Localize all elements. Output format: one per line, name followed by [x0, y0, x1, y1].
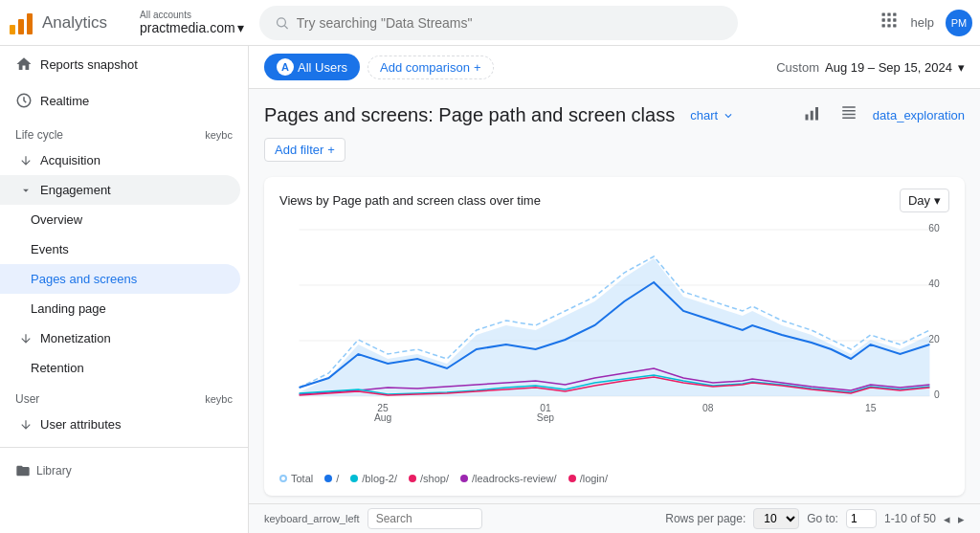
sidebar-sub-retention[interactable]: Retention [0, 353, 240, 383]
svg-rect-21 [842, 118, 856, 120]
user-arrow-icon [19, 418, 33, 432]
legend-blog2: /blog-2/ [350, 473, 397, 484]
svg-rect-0 [10, 25, 15, 34]
legend-total-icon [279, 475, 287, 482]
folder-icon [15, 463, 31, 478]
legend-login-icon [568, 475, 576, 482]
legend-slash-label: / [336, 473, 339, 484]
add-icon: + [474, 60, 481, 75]
legend-login: /login/ [568, 473, 608, 484]
header-right: help PM [880, 10, 972, 36]
avatar[interactable]: PM [946, 10, 972, 36]
account-selector[interactable]: All accounts practmedia.com [140, 10, 244, 35]
table-search-input[interactable] [368, 508, 482, 529]
svg-text:15: 15 [865, 403, 877, 413]
svg-rect-15 [805, 115, 808, 121]
sidebar-item-engagement[interactable]: Engagement [0, 175, 240, 205]
sidebar-sub-overview[interactable]: Overview [0, 205, 240, 234]
add-filter-label: Add filter [275, 143, 323, 157]
svg-rect-16 [811, 111, 813, 121]
apps-icon[interactable] [880, 11, 899, 34]
legend-shop-icon [409, 475, 416, 482]
analytics-logo-icon [8, 10, 34, 36]
svg-rect-20 [842, 114, 856, 116]
sidebar-item-monetization[interactable]: Monetization [0, 323, 240, 353]
user-category[interactable]: User keybc [0, 383, 248, 410]
content-area: A All Users Add comparison + Custom Aug … [249, 46, 980, 533]
lifecycle-category[interactable]: Life cycle keybc [0, 119, 248, 145]
chart-svg: 60 40 20 0 25 Aug 01 Sep 08 15 [279, 220, 949, 440]
chart-label: chart [690, 108, 718, 122]
svg-text:08: 08 [702, 403, 714, 413]
svg-rect-2 [27, 13, 33, 34]
landing-label: Landing page [31, 301, 106, 316]
svg-rect-8 [882, 18, 885, 21]
report-actions: data_exploration [800, 100, 965, 130]
search-icon [275, 15, 289, 31]
granularity-select[interactable]: Day [900, 189, 949, 212]
monetization-arrow-icon [19, 332, 33, 345]
app-title: Analytics [42, 13, 107, 33]
next-page-button[interactable]: ▸ [958, 512, 965, 526]
help-button[interactable]: help [910, 15, 934, 30]
segment-letter: A [277, 58, 294, 76]
goto-page-input[interactable] [846, 509, 877, 528]
sidebar-item-library[interactable]: Library [0, 455, 248, 486]
legend-slash-icon [324, 475, 332, 482]
prev-page-button[interactable]: ◂ [944, 512, 950, 526]
add-comparison-button[interactable]: Add comparison + [368, 56, 494, 79]
search-input[interactable] [297, 15, 723, 31]
sidebar-item-realtime[interactable]: Realtime [0, 82, 248, 119]
table-view-icon[interactable] [836, 100, 861, 130]
top-header: Analytics All accounts practmedia.com [0, 0, 980, 46]
svg-rect-12 [888, 24, 891, 27]
sidebar-sub-landing[interactable]: Landing page [0, 294, 240, 323]
svg-rect-5 [882, 13, 885, 16]
date-range-picker[interactable]: Custom Aug 19 – Sep 15, 2024 [776, 60, 965, 75]
goto-label: Go to: [807, 512, 838, 525]
account-sub-label: All accounts [140, 10, 244, 20]
sidebar: Reports snapshot Realtime Life cycle key… [0, 46, 249, 533]
search-bar[interactable] [259, 6, 738, 40]
filter-row: Add filter + [249, 130, 980, 169]
svg-text:Aug: Aug [374, 412, 391, 423]
legend-blog2-icon [350, 475, 358, 482]
svg-text:Sep: Sep [537, 412, 555, 423]
svg-rect-13 [894, 24, 897, 27]
segment-label: All Users [298, 60, 347, 75]
all-users-segment[interactable]: A All Users [264, 54, 360, 80]
legend-leadrocks-label: /leadrocks-review/ [472, 473, 557, 484]
sidebar-item-user-attributes[interactable]: User attributes [0, 410, 240, 439]
sidebar-item-acquisition[interactable]: Acquisition [0, 145, 240, 175]
sidebar-item-reports-snapshot[interactable]: Reports snapshot [0, 46, 248, 82]
date-dropdown-icon [958, 60, 965, 75]
svg-rect-18 [842, 106, 856, 108]
chart-view-icon[interactable] [800, 100, 825, 130]
user-attributes-label: User attributes [40, 417, 122, 432]
svg-text:60: 60 [928, 223, 940, 233]
svg-rect-7 [894, 13, 897, 16]
rows-per-page-label: Rows per page: [665, 512, 746, 525]
monetization-label: Monetization [40, 331, 111, 345]
rows-per-page-select[interactable]: 10 25 50 [753, 508, 799, 529]
granularity-dropdown-icon [934, 193, 941, 208]
svg-text:0: 0 [934, 389, 940, 400]
svg-rect-19 [842, 110, 856, 112]
chart-legend: Total / /blog-2/ /shop/ /leadrocks-revie… [279, 467, 949, 484]
account-name: practmedia.com [140, 20, 244, 35]
legend-shop: /shop/ [409, 473, 449, 484]
sidebar-sub-pages[interactable]: Pages and screens [0, 264, 240, 294]
add-filter-button[interactable]: Add filter + [264, 138, 345, 162]
expand-icon [722, 109, 735, 122]
legend-shop-label: /shop/ [420, 473, 449, 484]
chart-title: Views by Page path and screen class over… [279, 193, 541, 208]
sidebar-sub-events[interactable]: Events [0, 234, 240, 264]
svg-line-4 [284, 25, 287, 28]
chart-svg-area: 60 40 20 0 25 Aug 01 Sep 08 15 [279, 220, 949, 467]
svg-rect-6 [888, 13, 891, 16]
svg-rect-9 [888, 18, 891, 21]
retention-label: Retention [31, 361, 84, 375]
chart-toggle-button[interactable]: chart [690, 108, 735, 122]
data-exploration-button[interactable]: data_exploration [873, 108, 965, 122]
svg-text:20: 20 [928, 334, 940, 344]
